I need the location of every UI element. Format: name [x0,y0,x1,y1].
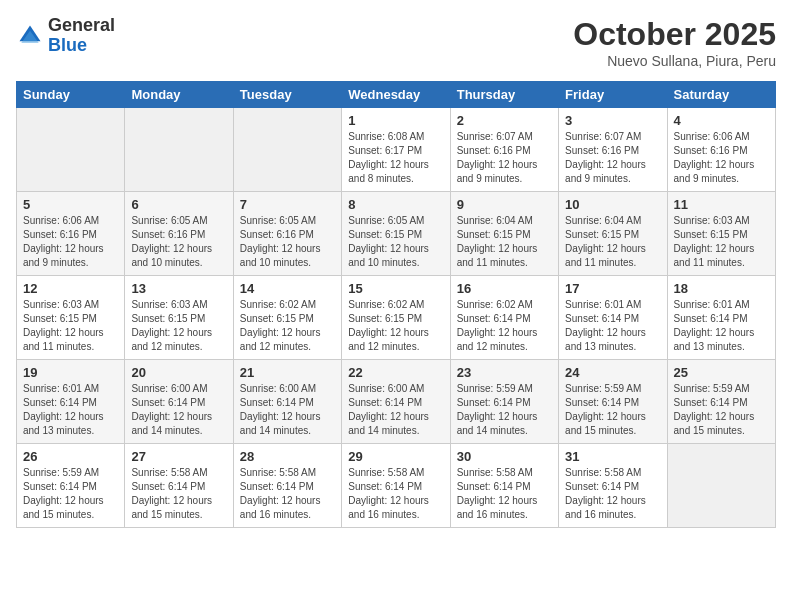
logo-icon [16,22,44,50]
calendar-cell: 18Sunrise: 6:01 AMSunset: 6:14 PMDayligh… [667,276,775,360]
calendar-cell: 20Sunrise: 6:00 AMSunset: 6:14 PMDayligh… [125,360,233,444]
calendar-cell: 15Sunrise: 6:02 AMSunset: 6:15 PMDayligh… [342,276,450,360]
day-number: 1 [348,113,443,128]
day-number: 28 [240,449,335,464]
calendar-cell [667,444,775,528]
day-number: 9 [457,197,552,212]
day-info: Sunrise: 6:05 AMSunset: 6:16 PMDaylight:… [240,214,335,270]
day-info: Sunrise: 5:58 AMSunset: 6:14 PMDaylight:… [240,466,335,522]
day-info: Sunrise: 6:02 AMSunset: 6:15 PMDaylight:… [240,298,335,354]
day-info: Sunrise: 6:03 AMSunset: 6:15 PMDaylight:… [674,214,769,270]
calendar-cell: 3Sunrise: 6:07 AMSunset: 6:16 PMDaylight… [559,108,667,192]
day-info: Sunrise: 6:03 AMSunset: 6:15 PMDaylight:… [23,298,118,354]
logo-general-text: General [48,15,115,35]
day-number: 11 [674,197,769,212]
day-info: Sunrise: 5:59 AMSunset: 6:14 PMDaylight:… [565,382,660,438]
calendar-cell: 4Sunrise: 6:06 AMSunset: 6:16 PMDaylight… [667,108,775,192]
day-number: 30 [457,449,552,464]
day-number: 29 [348,449,443,464]
day-number: 4 [674,113,769,128]
day-number: 20 [131,365,226,380]
day-number: 13 [131,281,226,296]
calendar-cell: 8Sunrise: 6:05 AMSunset: 6:15 PMDaylight… [342,192,450,276]
page-header: General Blue October 2025 Nuevo Sullana,… [16,16,776,69]
calendar-cell: 23Sunrise: 5:59 AMSunset: 6:14 PMDayligh… [450,360,558,444]
calendar-week-2: 5Sunrise: 6:06 AMSunset: 6:16 PMDaylight… [17,192,776,276]
day-info: Sunrise: 6:00 AMSunset: 6:14 PMDaylight:… [348,382,443,438]
weekday-header-monday: Monday [125,82,233,108]
weekday-header-wednesday: Wednesday [342,82,450,108]
calendar-cell: 17Sunrise: 6:01 AMSunset: 6:14 PMDayligh… [559,276,667,360]
day-info: Sunrise: 6:05 AMSunset: 6:15 PMDaylight:… [348,214,443,270]
location-text: Nuevo Sullana, Piura, Peru [573,53,776,69]
day-number: 18 [674,281,769,296]
day-number: 27 [131,449,226,464]
calendar-cell: 9Sunrise: 6:04 AMSunset: 6:15 PMDaylight… [450,192,558,276]
day-number: 16 [457,281,552,296]
day-info: Sunrise: 5:58 AMSunset: 6:14 PMDaylight:… [348,466,443,522]
calendar-cell: 31Sunrise: 5:58 AMSunset: 6:14 PMDayligh… [559,444,667,528]
calendar-week-4: 19Sunrise: 6:01 AMSunset: 6:14 PMDayligh… [17,360,776,444]
day-info: Sunrise: 6:02 AMSunset: 6:15 PMDaylight:… [348,298,443,354]
day-info: Sunrise: 5:59 AMSunset: 6:14 PMDaylight:… [23,466,118,522]
day-number: 19 [23,365,118,380]
day-number: 8 [348,197,443,212]
calendar-week-3: 12Sunrise: 6:03 AMSunset: 6:15 PMDayligh… [17,276,776,360]
day-info: Sunrise: 6:01 AMSunset: 6:14 PMDaylight:… [23,382,118,438]
day-info: Sunrise: 6:00 AMSunset: 6:14 PMDaylight:… [240,382,335,438]
calendar-cell: 7Sunrise: 6:05 AMSunset: 6:16 PMDaylight… [233,192,341,276]
logo: General Blue [16,16,115,56]
day-number: 10 [565,197,660,212]
day-info: Sunrise: 5:58 AMSunset: 6:14 PMDaylight:… [131,466,226,522]
weekday-header-thursday: Thursday [450,82,558,108]
month-title: October 2025 [573,16,776,53]
day-info: Sunrise: 6:07 AMSunset: 6:16 PMDaylight:… [565,130,660,186]
calendar-cell: 16Sunrise: 6:02 AMSunset: 6:14 PMDayligh… [450,276,558,360]
calendar-cell: 12Sunrise: 6:03 AMSunset: 6:15 PMDayligh… [17,276,125,360]
calendar-cell: 6Sunrise: 6:05 AMSunset: 6:16 PMDaylight… [125,192,233,276]
day-number: 6 [131,197,226,212]
day-info: Sunrise: 5:58 AMSunset: 6:14 PMDaylight:… [457,466,552,522]
day-info: Sunrise: 6:02 AMSunset: 6:14 PMDaylight:… [457,298,552,354]
calendar-cell: 11Sunrise: 6:03 AMSunset: 6:15 PMDayligh… [667,192,775,276]
calendar-cell: 24Sunrise: 5:59 AMSunset: 6:14 PMDayligh… [559,360,667,444]
weekday-header-row: SundayMondayTuesdayWednesdayThursdayFrid… [17,82,776,108]
calendar-cell: 21Sunrise: 6:00 AMSunset: 6:14 PMDayligh… [233,360,341,444]
day-info: Sunrise: 6:01 AMSunset: 6:14 PMDaylight:… [674,298,769,354]
calendar-cell: 27Sunrise: 5:58 AMSunset: 6:14 PMDayligh… [125,444,233,528]
calendar-cell [233,108,341,192]
day-number: 12 [23,281,118,296]
day-number: 15 [348,281,443,296]
day-number: 31 [565,449,660,464]
calendar-cell: 22Sunrise: 6:00 AMSunset: 6:14 PMDayligh… [342,360,450,444]
day-number: 22 [348,365,443,380]
day-number: 2 [457,113,552,128]
day-info: Sunrise: 6:04 AMSunset: 6:15 PMDaylight:… [457,214,552,270]
day-number: 14 [240,281,335,296]
day-number: 21 [240,365,335,380]
day-number: 17 [565,281,660,296]
calendar-cell: 30Sunrise: 5:58 AMSunset: 6:14 PMDayligh… [450,444,558,528]
day-info: Sunrise: 5:59 AMSunset: 6:14 PMDaylight:… [457,382,552,438]
day-info: Sunrise: 6:04 AMSunset: 6:15 PMDaylight:… [565,214,660,270]
calendar-cell [125,108,233,192]
day-info: Sunrise: 5:59 AMSunset: 6:14 PMDaylight:… [674,382,769,438]
calendar-cell: 28Sunrise: 5:58 AMSunset: 6:14 PMDayligh… [233,444,341,528]
logo-blue-text: Blue [48,35,87,55]
calendar-cell: 19Sunrise: 6:01 AMSunset: 6:14 PMDayligh… [17,360,125,444]
weekday-header-sunday: Sunday [17,82,125,108]
calendar-cell: 10Sunrise: 6:04 AMSunset: 6:15 PMDayligh… [559,192,667,276]
calendar-cell: 2Sunrise: 6:07 AMSunset: 6:16 PMDaylight… [450,108,558,192]
day-number: 23 [457,365,552,380]
day-number: 7 [240,197,335,212]
day-info: Sunrise: 6:08 AMSunset: 6:17 PMDaylight:… [348,130,443,186]
day-info: Sunrise: 6:03 AMSunset: 6:15 PMDaylight:… [131,298,226,354]
calendar-week-1: 1Sunrise: 6:08 AMSunset: 6:17 PMDaylight… [17,108,776,192]
calendar-cell: 26Sunrise: 5:59 AMSunset: 6:14 PMDayligh… [17,444,125,528]
calendar-cell: 1Sunrise: 6:08 AMSunset: 6:17 PMDaylight… [342,108,450,192]
calendar-cell: 13Sunrise: 6:03 AMSunset: 6:15 PMDayligh… [125,276,233,360]
calendar-cell: 5Sunrise: 6:06 AMSunset: 6:16 PMDaylight… [17,192,125,276]
calendar-cell [17,108,125,192]
day-number: 25 [674,365,769,380]
day-info: Sunrise: 6:07 AMSunset: 6:16 PMDaylight:… [457,130,552,186]
